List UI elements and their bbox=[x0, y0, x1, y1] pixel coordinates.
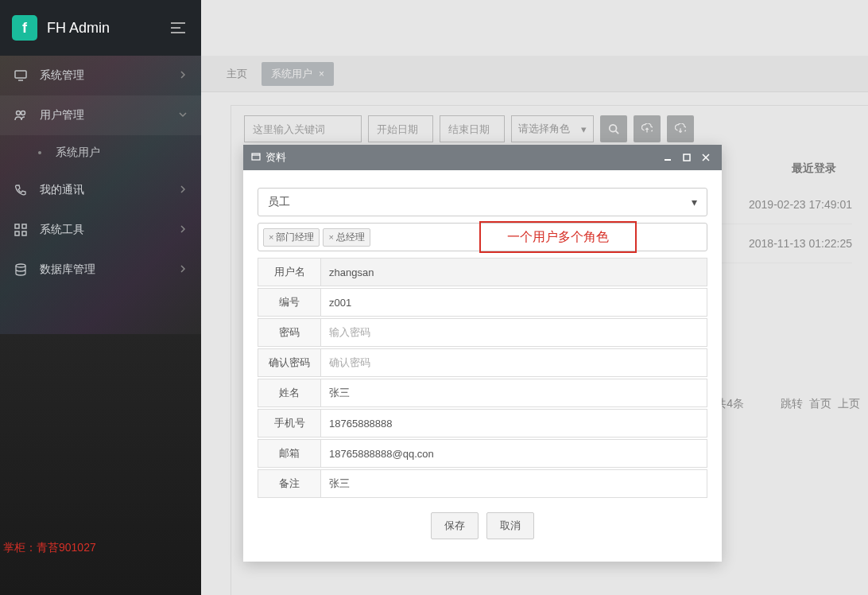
field-email[interactable]: 18765888888@qq.con bbox=[321, 439, 707, 468]
start-date-input[interactable] bbox=[368, 115, 433, 142]
users-icon bbox=[14, 109, 29, 122]
role-tag[interactable]: ×总经理 bbox=[323, 228, 370, 247]
sidebar-label: 系统工具 bbox=[40, 223, 179, 237]
tag-remove-icon[interactable]: × bbox=[328, 232, 333, 242]
chevron-right-icon bbox=[179, 224, 187, 235]
sidebar-item-system-mgmt[interactable]: 系统管理 bbox=[0, 56, 201, 95]
label-number: 编号 bbox=[258, 288, 321, 317]
sidebar-label: 系统管理 bbox=[40, 68, 179, 83]
chevron-right-icon bbox=[179, 70, 187, 81]
grid-icon bbox=[14, 224, 29, 236]
cancel-button[interactable]: 取消 bbox=[486, 512, 534, 539]
svg-rect-4 bbox=[22, 224, 26, 228]
label-name: 姓名 bbox=[258, 379, 321, 407]
svg-point-8 bbox=[610, 125, 617, 132]
multi-role-input[interactable]: ×部门经理 ×总经理 一个用户多个角色 bbox=[258, 223, 707, 251]
svg-point-7 bbox=[16, 264, 25, 267]
label-username: 用户名 bbox=[258, 258, 321, 286]
menu-toggle-icon[interactable] bbox=[171, 21, 185, 37]
monitor-icon bbox=[14, 69, 29, 82]
export-button[interactable] bbox=[634, 115, 661, 142]
app-header: f FH Admin bbox=[0, 0, 201, 56]
role-select[interactable]: 请选择角色 ▾ bbox=[511, 115, 594, 142]
label-phone: 手机号 bbox=[258, 409, 321, 438]
page-prev[interactable]: 上页 bbox=[838, 397, 860, 411]
col-recent-login: 最近登录 bbox=[792, 161, 836, 176]
tab-home[interactable]: 主页 bbox=[217, 62, 257, 86]
cell-recent: 2019-02-23 17:49:01 bbox=[749, 198, 852, 211]
chevron-right-icon bbox=[179, 185, 187, 196]
svg-rect-6 bbox=[22, 231, 26, 235]
dialog-titlebar[interactable]: 资料 bbox=[243, 145, 722, 170]
tag-remove-icon[interactable]: × bbox=[269, 232, 273, 242]
import-button[interactable] bbox=[667, 115, 694, 142]
svg-rect-5 bbox=[15, 231, 19, 235]
label-confirm: 确认密码 bbox=[258, 348, 321, 377]
sidebar-sub-system-users[interactable]: 系统用户 bbox=[0, 135, 201, 170]
label-password: 密码 bbox=[258, 318, 321, 347]
field-password[interactable]: 输入密码 bbox=[321, 318, 707, 347]
dialog-profile: 资料 员工 ▾ ×部门经理 ×总经理 一个用户多个角色 用户名zhangsan … bbox=[243, 145, 722, 562]
sidebar-label: 数据库管理 bbox=[40, 262, 179, 277]
dialog-title: 资料 bbox=[265, 150, 286, 165]
sidebar-item-tools[interactable]: 系统工具 bbox=[0, 210, 201, 250]
keyword-input[interactable] bbox=[244, 115, 362, 142]
field-number[interactable]: z001 bbox=[321, 288, 707, 317]
sidebar-footer: 掌柜：青苔901027 bbox=[3, 541, 96, 555]
bullet-icon bbox=[38, 151, 41, 154]
page-first[interactable]: 首页 bbox=[809, 397, 831, 411]
window-icon bbox=[251, 152, 261, 164]
sidebar-sub-label: 系统用户 bbox=[56, 146, 100, 160]
tab-bar: 主页 系统用户 × bbox=[201, 56, 868, 92]
annotation-box: 一个用户多个角色 bbox=[479, 221, 637, 253]
sidebar-item-db[interactable]: 数据库管理 bbox=[0, 250, 201, 290]
end-date-input[interactable] bbox=[440, 115, 505, 142]
field-confirm[interactable]: 确认密码 bbox=[321, 348, 707, 377]
sidebar-label: 用户管理 bbox=[40, 108, 179, 122]
svg-point-1 bbox=[17, 111, 21, 115]
svg-rect-3 bbox=[15, 224, 19, 228]
caret-down-icon: ▾ bbox=[581, 123, 587, 135]
phone-icon bbox=[14, 184, 29, 196]
sidebar-item-comm[interactable]: 我的通讯 bbox=[0, 170, 201, 210]
field-remark[interactable]: 张三 bbox=[321, 469, 707, 498]
save-button[interactable]: 保存 bbox=[431, 512, 479, 539]
svg-rect-9 bbox=[252, 154, 260, 160]
svg-rect-0 bbox=[15, 71, 26, 78]
svg-rect-10 bbox=[684, 154, 690, 161]
sidebar-item-user-mgmt[interactable]: 用户管理 bbox=[0, 95, 201, 135]
tab-label: 系统用户 bbox=[271, 67, 312, 81]
sidebar: 系统管理 用户管理 系统用户 我的通讯 系统工具 数据库管理 掌柜：青苔9010 bbox=[0, 56, 201, 595]
tab-system-users[interactable]: 系统用户 × bbox=[262, 62, 334, 86]
maximize-icon[interactable] bbox=[679, 152, 695, 164]
logo-icon: f bbox=[12, 15, 37, 41]
svg-point-2 bbox=[21, 111, 25, 115]
close-icon[interactable]: × bbox=[319, 68, 324, 80]
cell-recent: 2018-11-13 01:22:25 bbox=[749, 237, 852, 250]
caret-down-icon: ▾ bbox=[692, 196, 697, 208]
label-remark: 备注 bbox=[258, 469, 321, 498]
label-email: 邮箱 bbox=[258, 439, 321, 468]
chevron-right-icon bbox=[179, 264, 187, 275]
search-button[interactable] bbox=[600, 115, 627, 142]
role-select-label: 请选择角色 bbox=[518, 122, 570, 136]
page-jump[interactable]: 跳转 bbox=[781, 397, 803, 411]
database-icon bbox=[14, 263, 29, 276]
field-username: zhangsan bbox=[321, 258, 707, 286]
role-type-select[interactable]: 员工 ▾ bbox=[258, 188, 707, 216]
minimize-icon[interactable] bbox=[660, 152, 676, 164]
close-icon[interactable] bbox=[698, 152, 714, 164]
select-value: 员工 bbox=[268, 195, 290, 209]
field-name[interactable]: 张三 bbox=[321, 379, 707, 407]
sidebar-label: 我的通讯 bbox=[40, 183, 179, 197]
role-tag[interactable]: ×部门经理 bbox=[263, 228, 320, 247]
pagination: 共4条 跳转 首页 上页 bbox=[715, 397, 860, 411]
field-phone[interactable]: 18765888888 bbox=[321, 409, 707, 438]
brand-name: FH Admin bbox=[47, 20, 110, 37]
chevron-down-icon bbox=[179, 110, 187, 121]
